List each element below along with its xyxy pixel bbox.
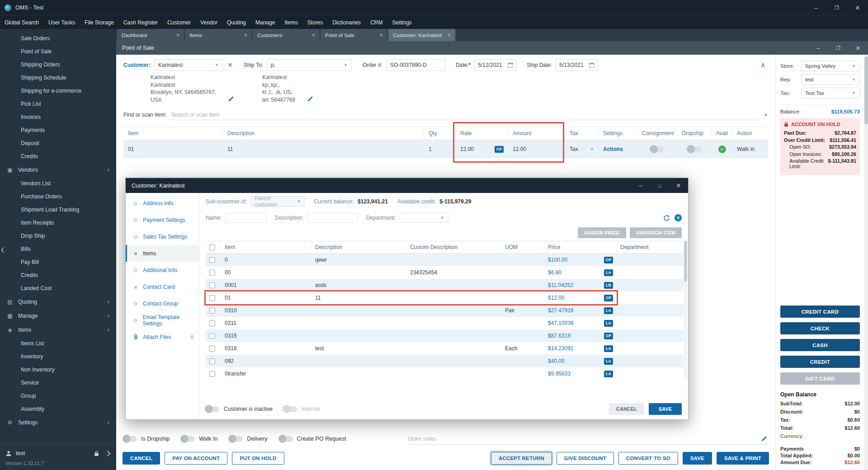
pay-on-account-button[interactable]: PAY ON ACCOUNT [165, 452, 227, 465]
is-dropship-toggle[interactable] [123, 436, 137, 442]
row-checkbox[interactable] [209, 346, 215, 352]
sidebar-item-credits[interactable]: Credits [0, 150, 116, 163]
scrollbar-thumb[interactable] [864, 56, 868, 124]
description-filter-input[interactable] [307, 213, 358, 223]
edit-billing-address-icon[interactable] [228, 96, 234, 102]
row-checkbox[interactable] [209, 282, 215, 288]
sidebar-item-inventory[interactable]: Inventory [0, 350, 116, 363]
cancel-button[interactable]: CANCEL [123, 452, 160, 465]
table-row[interactable]: 0 qewr $100.00CP [206, 254, 684, 266]
modal-nav-payment-settings[interactable]: ◇Payment Settings [126, 212, 199, 228]
modal-save-button[interactable]: SAVE [649, 403, 682, 415]
sidebar-section-vendors[interactable]: ▣Vendors∧ [0, 163, 116, 177]
cell-tax-select[interactable]: Tax▼ [565, 140, 599, 158]
walk-in-toggle[interactable] [181, 436, 195, 442]
put-on-hold-button[interactable]: PUT ON HOLD [232, 452, 284, 465]
date-input[interactable] [474, 59, 517, 71]
create-po-request-toggle[interactable] [279, 436, 293, 442]
sidebar-item-payments[interactable]: Payments [0, 123, 116, 136]
menu-file-storage[interactable]: File Storage [85, 19, 114, 26]
sidebar-item-pick-list[interactable]: Pick List [0, 97, 116, 110]
menu-dictionaries[interactable]: Dictionaries [332, 19, 361, 26]
assign-price-button[interactable]: ASSIGN PRICE [578, 227, 626, 238]
sidebar-item-items-list[interactable]: Items List [0, 337, 116, 350]
modal-table-scrollbar[interactable] [684, 241, 687, 380]
clear-customer-icon[interactable]: ✕ [226, 61, 234, 69]
menu-settings[interactable]: Settings [392, 19, 411, 26]
table-row[interactable]: 0316 test Each $14.23091LA [206, 342, 684, 355]
internal-toggle[interactable] [283, 406, 297, 412]
ship-to-select[interactable]: p,▼ [267, 59, 352, 71]
cell-qty[interactable]: 1 [424, 140, 456, 158]
tax-select[interactable]: Test Tax▼ [801, 88, 860, 99]
sidebar-item-sale-orders[interactable]: Sale Orders [0, 32, 116, 45]
close-icon[interactable]: ✕ [848, 41, 868, 55]
give-discount-button[interactable]: GIVE DISCOUNT [557, 452, 614, 465]
sidebar-item-drop-ship[interactable]: Drop Ship [0, 229, 116, 242]
consignment-toggle[interactable] [651, 146, 664, 152]
menu-cash-register[interactable]: Cash Register [123, 19, 158, 26]
save-and-print-button[interactable]: SAVE & PRINT [717, 452, 769, 465]
find-item-input[interactable] [171, 109, 759, 120]
modal-nav-address-info[interactable]: ◇Address Info [126, 195, 199, 212]
scrollbar-thumb[interactable] [684, 241, 687, 282]
sidebar-item-item-receipts[interactable]: Item Receipts [0, 216, 116, 229]
row-checkbox[interactable] [209, 257, 215, 263]
sidebar-section-quoting[interactable]: ▤Quoting∨ [0, 295, 116, 309]
modal-nav-email-template-settings[interactable]: ◇Email Template Settings [126, 312, 199, 329]
restore-icon[interactable]: ❐ [828, 41, 848, 55]
menu-quoting[interactable]: Quoting [227, 19, 246, 26]
minimize-icon[interactable]: – [808, 41, 828, 55]
credit-button[interactable]: CREDIT [780, 356, 860, 368]
order-item-row[interactable]: 01 11 1 12.00CP 12.00 Tax▼ Actions ✓ Wal… [123, 140, 768, 158]
sidebar-item-purchase-orders[interactable]: Purchase Orders [0, 190, 116, 203]
menu-user-tasks[interactable]: User Tasks [48, 19, 75, 26]
modal-nav-sales-tax-settings[interactable]: ◇Sales Tax Settings [126, 228, 199, 245]
sidebar-item-deposit[interactable]: Deposit [0, 136, 116, 150]
menu-items[interactable]: Items [284, 19, 297, 26]
table-row[interactable]: 0315 $87.6319CP [206, 329, 684, 342]
menu-stores[interactable]: Stores [307, 19, 323, 26]
modal-nav-items[interactable]: ≡Items [126, 245, 199, 262]
sidebar-item-invoices[interactable]: Invoices [0, 110, 116, 123]
close-icon[interactable]: × [244, 32, 247, 38]
chevron-down-icon[interactable]: ▼ [764, 113, 768, 118]
actions-link[interactable]: Actions [603, 146, 623, 152]
order-number-input[interactable] [386, 59, 446, 71]
sidebar-section-manage[interactable]: ▦Manage∨ [0, 309, 116, 323]
customer-inactive-toggle[interactable] [206, 406, 219, 412]
credit-card-button[interactable]: CREDIT CARD [780, 306, 860, 318]
dropship-toggle[interactable] [688, 146, 701, 152]
modal-nav-attach-files[interactable]: Attach Files0 [126, 329, 199, 345]
minimize-icon[interactable]: – [806, 0, 826, 15]
row-checkbox[interactable] [209, 358, 215, 364]
maximize-icon[interactable]: ❐ [826, 0, 847, 15]
collapse-header-icon[interactable]: ∧ [760, 61, 765, 69]
menu-manage[interactable]: Manage [255, 19, 275, 26]
table-row[interactable]: 092 $40.00LA [206, 355, 684, 367]
minimize-icon[interactable]: – [631, 178, 650, 193]
convert-to-so-button[interactable]: CONVERT TO SO [618, 452, 678, 465]
sidebar-item-shipment-load-tracking[interactable]: Shipment Load Tracking [0, 203, 116, 216]
table-row[interactable]: 0310 Pair $27.47916LA [206, 304, 684, 317]
sidebar-collapse-icon[interactable]: ❮ [0, 247, 5, 253]
sidebar-item-group[interactable]: Group [0, 389, 116, 402]
modal-nav-contact-group[interactable]: ◇Contact Group [126, 295, 199, 312]
accept-return-button[interactable]: ACCEPT RETURN [491, 452, 552, 465]
lock-icon[interactable] [94, 451, 99, 456]
tab-dashboard[interactable]: Dashboard× [117, 29, 184, 41]
unassign-item-button[interactable]: UNASSIGN ITEM [630, 227, 682, 238]
sidebar-item-vendor-credits[interactable]: Credits [0, 268, 116, 282]
sidebar-item-service[interactable]: Service [0, 376, 116, 389]
row-checkbox[interactable] [209, 320, 215, 326]
tab-customer-karinatest[interactable]: Customer: Karinatest× [388, 29, 455, 41]
row-checkbox[interactable] [209, 333, 215, 339]
ship-date-input[interactable] [556, 59, 598, 71]
sidebar-section-settings[interactable]: ⚙Settings∨ [0, 415, 116, 429]
save-button[interactable]: SAVE [683, 452, 712, 465]
menu-global-search[interactable]: Global Search [5, 19, 39, 26]
edit-shipping-address-icon[interactable] [307, 96, 313, 102]
close-icon[interactable]: ✕ [669, 178, 688, 193]
clear-filters-icon[interactable]: ✕ [675, 214, 682, 221]
customer-select[interactable]: Karinatest▼ [154, 59, 223, 71]
